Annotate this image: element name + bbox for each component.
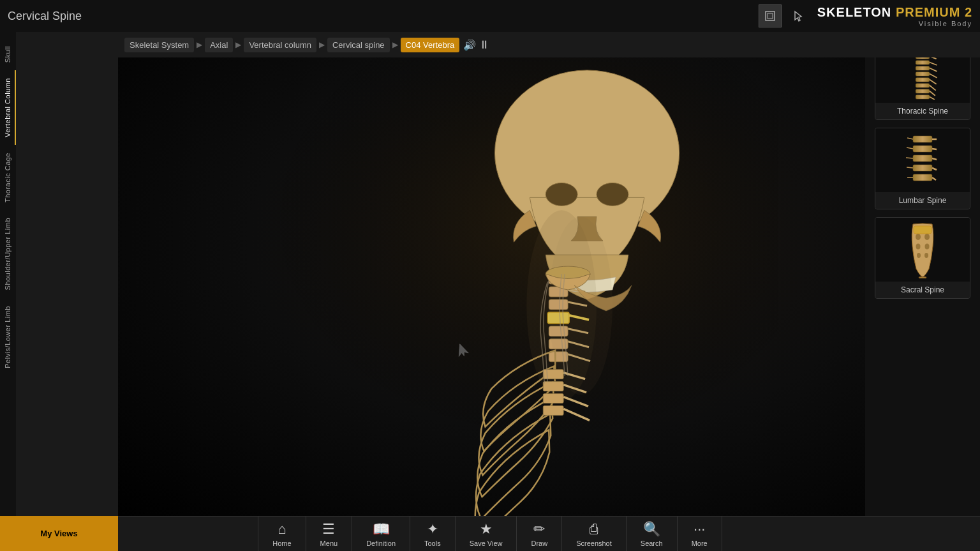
toolbar-home[interactable]: ⌂ Home <box>258 517 306 551</box>
sidebar-tabs: Skull Vertebral Column Thoracic Cage Sho… <box>0 32 16 516</box>
svg-rect-24 <box>543 382 563 391</box>
svg-line-46 <box>930 74 937 78</box>
spine-card-thoracic-label: Thoracic Spine <box>875 103 970 119</box>
svg-point-67 <box>924 234 930 240</box>
svg-line-48 <box>930 86 936 91</box>
svg-point-69 <box>925 244 930 250</box>
breadcrumb-arrow-4: ▶ <box>392 40 398 49</box>
page-title-area: Cervical Spine <box>8 10 759 23</box>
breadcrumb-cervical-spine[interactable]: Cervical spine <box>327 38 390 52</box>
svg-rect-23 <box>543 370 563 379</box>
svg-line-57 <box>932 149 937 149</box>
svg-point-70 <box>917 253 921 258</box>
svg-rect-25 <box>543 394 563 404</box>
search-icon: 🔍 <box>643 521 660 538</box>
svg-rect-2 <box>205 57 778 516</box>
top-bar: Cervical Spine SKELETON PREMIUM 2 Visibl… <box>0 0 980 32</box>
svg-line-61 <box>907 138 913 139</box>
breadcrumb-c04-vertebra[interactable]: C04 Vertebra <box>401 38 460 52</box>
tools-icon: ✦ <box>427 521 438 538</box>
bottom-toolbar: ⌂ Home ☰ Menu 📖 Definition ✦ Tools ★ Sav… <box>0 516 980 551</box>
pointer-icon-btn[interactable] <box>788 4 811 27</box>
breadcrumb-bar: Skeletal System ▶ Axial ▶ Vertebral colu… <box>118 32 980 57</box>
svg-point-5 <box>597 183 628 206</box>
toolbar-save-view[interactable]: ★ Save View <box>456 517 517 551</box>
svg-line-63 <box>906 158 913 158</box>
spine-card-sacral-image <box>875 218 970 282</box>
page-title: Cervical Spine <box>8 10 82 22</box>
more-icon: ··· <box>694 521 705 538</box>
home-icon: ⌂ <box>278 521 286 538</box>
spine-card-sacral-label: Sacral Spine <box>875 282 970 298</box>
my-views-button[interactable]: My Views <box>0 516 118 551</box>
svg-line-45 <box>930 68 937 72</box>
spine-card-sacral[interactable]: Sacral Spine <box>875 217 970 299</box>
svg-rect-39 <box>916 89 930 93</box>
save-view-icon: ★ <box>480 521 493 538</box>
svg-line-44 <box>930 63 937 66</box>
sidebar-tab-skull[interactable]: Skull <box>0 38 16 70</box>
svg-point-66 <box>916 234 921 240</box>
svg-line-49 <box>930 91 935 96</box>
svg-point-71 <box>924 253 928 258</box>
app-logo: SKELETON PREMIUM 2 Visible Body <box>817 5 972 27</box>
menu-icon: ☰ <box>322 521 335 538</box>
svg-rect-72 <box>914 226 932 234</box>
breadcrumb-skeletal-system[interactable]: Skeletal System <box>124 38 194 52</box>
svg-point-4 <box>546 183 577 206</box>
top-right-controls: SKELETON PREMIUM 2 Visible Body <box>759 4 972 27</box>
spine-card-lumbar-image <box>875 128 970 192</box>
screenshot-icon: ⎙ <box>590 521 598 538</box>
toolbar-draw[interactable]: ✏ Draw <box>517 517 562 551</box>
toolbar-menu[interactable]: ☰ Menu <box>306 517 353 551</box>
svg-point-68 <box>916 244 921 250</box>
svg-line-60 <box>932 177 936 180</box>
logo-premium: PREMIUM 2 <box>896 5 972 19</box>
toolbar-search[interactable]: 🔍 Search <box>627 517 678 551</box>
svg-rect-55 <box>913 174 932 181</box>
sidebar-tab-thoracic-cage[interactable]: Thoracic Cage <box>0 145 16 210</box>
sidebar-tab-vertebral-column[interactable]: Vertebral Column <box>0 70 16 145</box>
left-sidebar: Skull Vertebral Column Thoracic Cage Sho… <box>0 32 118 516</box>
svg-rect-34 <box>916 61 930 64</box>
spine-card-lumbar-label: Lumbar Spine <box>875 192 970 209</box>
breadcrumb-arrow-2: ▶ <box>235 40 241 49</box>
skeleton-visual <box>118 57 865 516</box>
svg-rect-40 <box>916 95 930 99</box>
svg-rect-38 <box>916 84 930 87</box>
svg-line-59 <box>932 168 937 170</box>
svg-line-47 <box>930 80 937 84</box>
spine-card-lumbar[interactable]: Lumbar Spine <box>875 128 970 209</box>
svg-rect-54 <box>913 165 932 171</box>
right-panel: Thoracic Spine <box>865 32 980 516</box>
draw-icon: ✏ <box>533 521 545 538</box>
breadcrumb-vertebral-column[interactable]: Vertebral column <box>244 38 316 52</box>
svg-rect-1 <box>768 13 773 19</box>
svg-rect-51 <box>913 136 932 142</box>
breadcrumb-arrow-1: ▶ <box>197 40 202 49</box>
svg-rect-37 <box>916 78 930 82</box>
pause-icon[interactable]: ⏸ <box>479 38 490 52</box>
breadcrumb-audio-controls: 🔊 ⏸ <box>463 38 490 52</box>
screenshot-icon-btn[interactable] <box>759 4 782 27</box>
svg-rect-53 <box>913 155 932 162</box>
breadcrumb-axial[interactable]: Axial <box>205 38 233 52</box>
breadcrumb-arrow-3: ▶ <box>319 40 325 49</box>
logo-text: SKELETON PREMIUM 2 <box>817 5 972 19</box>
svg-rect-0 <box>766 11 775 20</box>
svg-line-62 <box>907 147 913 149</box>
toolbar-tools[interactable]: ✦ Tools <box>410 517 456 551</box>
svg-rect-26 <box>543 405 563 415</box>
definition-icon: 📖 <box>373 521 390 538</box>
toolbar-more[interactable]: ··· More <box>678 517 722 551</box>
main-viewport[interactable] <box>118 57 865 516</box>
sidebar-tab-pelvis[interactable]: Pelvis/Lower Limb <box>0 298 16 376</box>
svg-line-58 <box>932 158 937 160</box>
toolbar-screenshot[interactable]: ⎙ Screenshot <box>562 517 627 551</box>
svg-rect-35 <box>916 66 930 70</box>
sidebar-tab-shoulder[interactable]: Shoulder/Upper Limb <box>0 210 16 298</box>
toolbar-definition[interactable]: 📖 Definition <box>352 517 410 551</box>
skeleton-svg <box>118 57 865 516</box>
audio-icon[interactable]: 🔊 <box>463 39 476 51</box>
svg-rect-36 <box>916 72 930 76</box>
